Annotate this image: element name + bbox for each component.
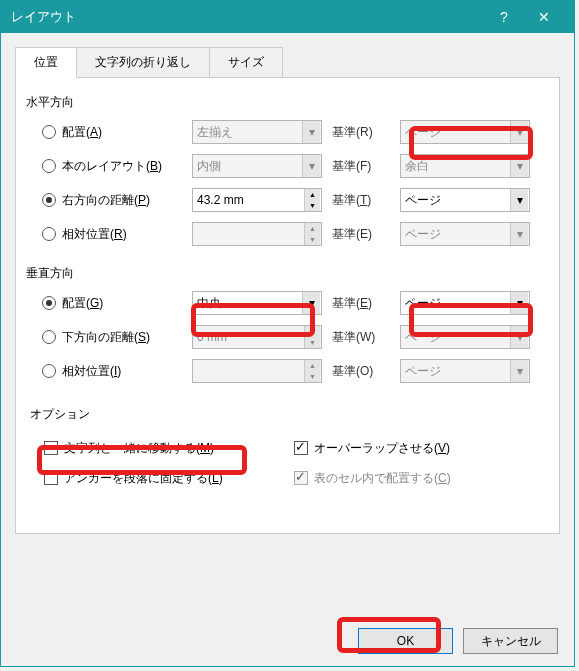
down-arrow-icon[interactable]: ▼ xyxy=(304,337,320,348)
help-button[interactable]: ? xyxy=(484,1,524,33)
group-horizontal-header: 水平方向 xyxy=(26,94,549,111)
chevron-down-icon: ▾ xyxy=(510,155,528,177)
down-arrow-icon[interactable]: ▼ xyxy=(304,200,320,211)
button-bar: OK キャンセル xyxy=(358,628,558,654)
down-arrow-icon[interactable]: ▼ xyxy=(304,371,320,382)
tab-size[interactable]: サイズ xyxy=(209,47,283,78)
h-align-label: 配置(A) xyxy=(62,124,102,141)
lock-anchor-checkbox[interactable] xyxy=(44,471,58,485)
chevron-down-icon: ▾ xyxy=(510,223,528,245)
chevron-down-icon: ▾ xyxy=(510,292,528,314)
h-rel-ref-label: 基準(E) xyxy=(332,226,400,243)
chevron-down-icon: ▾ xyxy=(510,121,528,143)
position-panel: 水平方向 配置(A) 左揃え▾ 基準(R) ページ▾ 本のレイアウト(B) 内側… xyxy=(15,77,560,534)
v-rel-radio[interactable] xyxy=(42,364,56,378)
dialog-title: レイアウト xyxy=(11,8,484,26)
h-rel-radio[interactable] xyxy=(42,227,56,241)
v-align-label: 配置(G) xyxy=(62,295,103,312)
h-align-ref-combo[interactable]: ページ▾ xyxy=(400,120,530,144)
tab-wrap[interactable]: 文字列の折り返し xyxy=(76,47,210,78)
h-abs-ref-combo[interactable]: ページ▾ xyxy=(400,188,530,212)
v-rel-spinner[interactable]: ▲▼ xyxy=(192,359,322,383)
v-rel-label: 相対位置(I) xyxy=(62,363,121,380)
h-book-combo[interactable]: 内側▾ xyxy=(192,154,322,178)
h-abs-label: 右方向の距離(P) xyxy=(62,192,150,209)
v-align-combo[interactable]: 中央▾ xyxy=(192,291,322,315)
chevron-down-icon: ▾ xyxy=(510,189,528,211)
group-vertical-header: 垂直方向 xyxy=(26,265,549,282)
down-arrow-icon[interactable]: ▼ xyxy=(304,234,320,245)
tab-strip: 位置 文字列の折り返し サイズ xyxy=(15,47,560,78)
v-abs-spinner[interactable]: 0 mm▲▼ xyxy=(192,325,322,349)
h-align-radio[interactable] xyxy=(42,125,56,139)
h-align-combo[interactable]: 左揃え▾ xyxy=(192,120,322,144)
chevron-down-icon: ▾ xyxy=(302,155,320,177)
cancel-button[interactable]: キャンセル xyxy=(463,628,558,654)
h-book-radio[interactable] xyxy=(42,159,56,173)
v-align-ref-label: 基準(E) xyxy=(332,295,400,312)
close-button[interactable]: ✕ xyxy=(524,1,564,33)
up-arrow-icon[interactable]: ▲ xyxy=(304,326,320,337)
lock-anchor-label: アンカーを段落に固定する(L) xyxy=(64,470,223,487)
chevron-down-icon: ▾ xyxy=(302,292,320,314)
v-abs-ref-label: 基準(W) xyxy=(332,329,400,346)
title-bar: レイアウト ? ✕ xyxy=(1,1,574,33)
layout-cell-checkbox xyxy=(294,471,308,485)
h-rel-ref-combo[interactable]: ページ▾ xyxy=(400,222,530,246)
v-align-ref-combo[interactable]: ページ▾ xyxy=(400,291,530,315)
h-rel-label: 相対位置(R) xyxy=(62,226,127,243)
h-book-ref-label: 基準(F) xyxy=(332,158,400,175)
chevron-down-icon: ▾ xyxy=(510,326,528,348)
h-abs-ref-label: 基準(T) xyxy=(332,192,400,209)
h-rel-spinner[interactable]: ▲▼ xyxy=(192,222,322,246)
h-align-ref-label: 基準(R) xyxy=(332,124,400,141)
up-arrow-icon[interactable]: ▲ xyxy=(304,189,320,200)
ok-button[interactable]: OK xyxy=(358,628,453,654)
h-abs-radio[interactable] xyxy=(42,193,56,207)
allow-overlap-label: オーバーラップさせる(V) xyxy=(314,440,450,457)
chevron-down-icon: ▾ xyxy=(302,121,320,143)
allow-overlap-checkbox[interactable] xyxy=(294,441,308,455)
move-text-checkbox[interactable] xyxy=(44,441,58,455)
tab-position[interactable]: 位置 xyxy=(15,47,77,78)
up-arrow-icon[interactable]: ▲ xyxy=(304,360,320,371)
chevron-down-icon: ▾ xyxy=(510,360,528,382)
v-align-radio[interactable] xyxy=(42,296,56,310)
v-abs-radio[interactable] xyxy=(42,330,56,344)
h-abs-spinner[interactable]: 43.2 mm▲▼ xyxy=(192,188,322,212)
h-book-ref-combo[interactable]: 余白▾ xyxy=(400,154,530,178)
h-book-label: 本のレイアウト(B) xyxy=(62,158,162,175)
v-abs-ref-combo[interactable]: ページ▾ xyxy=(400,325,530,349)
up-arrow-icon[interactable]: ▲ xyxy=(304,223,320,234)
v-abs-label: 下方向の距離(S) xyxy=(62,329,150,346)
v-rel-ref-combo[interactable]: ページ▾ xyxy=(400,359,530,383)
layout-cell-label: 表のセル内で配置する(C) xyxy=(314,470,451,487)
v-rel-ref-label: 基準(O) xyxy=(332,363,400,380)
group-options-header: オプション xyxy=(30,406,549,423)
move-text-label: 文字列と一緒に移動する(M) xyxy=(64,440,214,457)
